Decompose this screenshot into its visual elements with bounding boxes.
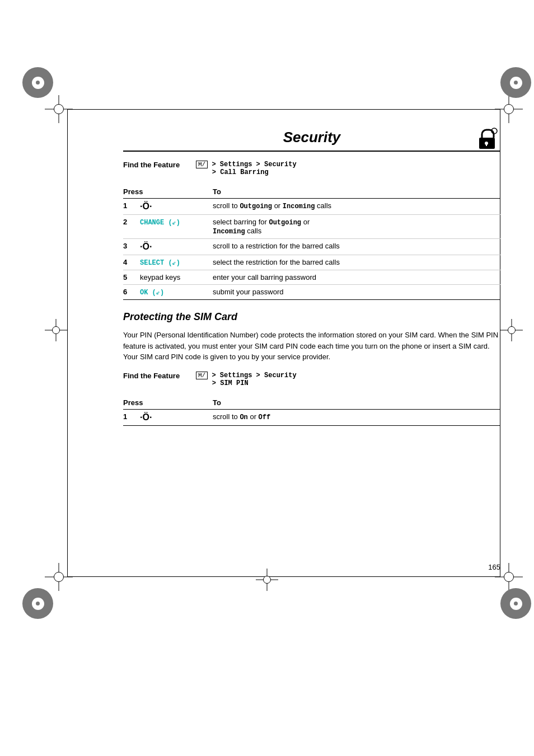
row-num: 1 bbox=[123, 199, 140, 215]
sim-pin-table: Press To 1 ·Ö· scroll to On or Off bbox=[123, 396, 500, 426]
row-num: 5 bbox=[123, 270, 140, 285]
page-title: Security bbox=[283, 129, 341, 146]
to-cell: scroll to On or Off bbox=[213, 409, 500, 425]
row-num: 4 bbox=[123, 255, 140, 270]
row-num: 2 bbox=[123, 215, 140, 239]
press-header-2: Press bbox=[123, 396, 213, 410]
table-row: 5 keypad keys enter your call barring pa… bbox=[123, 270, 500, 285]
press-header: Press bbox=[123, 185, 213, 199]
menu-key-2: M/ bbox=[196, 372, 208, 379]
sim-card-body: Your PIN (Personal Identification Number… bbox=[123, 330, 500, 363]
press-cell: ·Ö· bbox=[140, 409, 213, 425]
to-cell: submit your password bbox=[213, 285, 500, 300]
row-num: 3 bbox=[123, 239, 140, 255]
press-cell: SELECT (⇙) bbox=[140, 255, 213, 270]
sim-card-section: Protecting the SIM Card Your PIN (Person… bbox=[123, 311, 500, 426]
table-row: 4 SELECT (⇙) select the restriction for … bbox=[123, 255, 500, 270]
title-section: Security bbox=[123, 129, 500, 152]
to-header: To bbox=[213, 185, 500, 199]
table-row: 3 ·Ö· scroll to a restriction for the ba… bbox=[123, 239, 500, 255]
to-header-2: To bbox=[213, 396, 500, 410]
table-row: 1 ·Ö· scroll to On or Off bbox=[123, 409, 500, 425]
find-feature-label-1: Find the Feature bbox=[123, 161, 196, 169]
table-row: 2 CHANGE (⇙) select barring for Outgoing… bbox=[123, 215, 500, 239]
corner-circle-top-left bbox=[22, 67, 53, 98]
to-cell: scroll to a restriction for the barred c… bbox=[213, 239, 500, 255]
reg-mark-bottom-center bbox=[256, 569, 278, 591]
reg-mark-mid-right bbox=[500, 319, 523, 341]
find-feature-sim-pin: Find the Feature M/ > Settings > Securit… bbox=[123, 372, 500, 387]
press-cell: ·Ö· bbox=[140, 199, 213, 215]
find-feature-path-1: M/ > Settings > Security > Call Barring bbox=[196, 161, 297, 176]
to-cell: select barring for Outgoing orIncoming c… bbox=[213, 215, 500, 239]
call-barring-table: Press To 1 ·Ö· scroll to Outgoing or Inc… bbox=[123, 185, 500, 300]
press-cell: keypad keys bbox=[140, 270, 213, 285]
find-feature-call-barring: Find the Feature M/ > Settings > Securit… bbox=[123, 161, 500, 176]
press-cell: OK (⇙) bbox=[140, 285, 213, 300]
press-cell: ·Ö· bbox=[140, 239, 213, 255]
press-cell: CHANGE (⇙) bbox=[140, 215, 213, 239]
to-cell: enter your call barring password bbox=[213, 270, 500, 285]
page-number: 165 bbox=[488, 563, 500, 571]
corner-circle-bottom-right bbox=[500, 588, 531, 619]
table-row: 1 ·Ö· scroll to Outgoing or Incoming cal… bbox=[123, 199, 500, 215]
to-cell: scroll to Outgoing or Incoming calls bbox=[213, 199, 500, 215]
row-num: 6 bbox=[123, 285, 140, 300]
content-area: Security Find the Feature M/ > Setti bbox=[123, 129, 500, 437]
menu-key-1: M/ bbox=[196, 161, 208, 168]
corner-circle-top-right bbox=[500, 67, 531, 98]
sim-card-title: Protecting the SIM Card bbox=[123, 311, 500, 323]
reg-mark-top-left bbox=[45, 95, 73, 123]
page: Security Find the Feature M/ > Setti bbox=[0, 0, 534, 756]
reg-mark-bottom-left bbox=[45, 563, 73, 591]
row-num: 1 bbox=[123, 409, 140, 425]
reg-mark-mid-left bbox=[45, 319, 67, 341]
corner-circle-bottom-left bbox=[22, 588, 53, 619]
svg-rect-2 bbox=[486, 143, 487, 146]
find-feature-path-2: M/ > Settings > Security > SIM PIN bbox=[196, 372, 297, 387]
reg-mark-top-right bbox=[495, 95, 523, 123]
lock-icon bbox=[475, 126, 500, 156]
find-feature-label-2: Find the Feature bbox=[123, 372, 196, 380]
table-row: 6 OK (⇙) submit your password bbox=[123, 285, 500, 300]
to-cell: select the restriction for the barred ca… bbox=[213, 255, 500, 270]
